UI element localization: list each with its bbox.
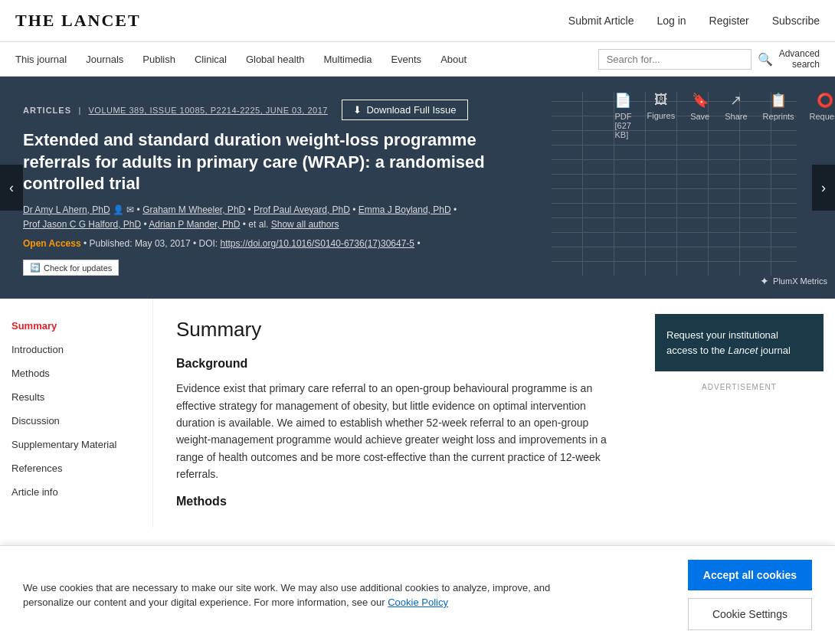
secondary-nav: This journal Journals Publish Clinical G… xyxy=(0,42,835,77)
sidebar-item-methods[interactable]: Methods xyxy=(11,361,141,385)
article-body: Summary Background Evidence exist that p… xyxy=(153,299,643,527)
article-type-label: ARTICLES xyxy=(23,106,71,115)
top-nav-links: Submit Article Log in Register Subscribe xyxy=(568,15,820,27)
reprints-icon: 📋 xyxy=(770,92,787,109)
plumx-icon: ✦ xyxy=(760,275,769,287)
hero-content: ARTICLES | VOLUME 389, ISSUE 10085, P221… xyxy=(0,77,536,299)
article-actions: 📄 PDF [627 KB] 🖼 Figures 🔖 Save ↗ Share … xyxy=(621,77,835,299)
doi-label: DOI: xyxy=(198,238,218,249)
reprints-action[interactable]: 📋 Reprints xyxy=(763,92,794,139)
author-aveyard[interactable]: Prof Paul Aveyard, PhD xyxy=(254,204,350,215)
search-button[interactable]: 🔍 xyxy=(758,52,773,67)
meta-separator: | xyxy=(79,106,81,115)
share-icon: ↗ xyxy=(730,92,742,109)
nav-publish[interactable]: Publish xyxy=(142,54,175,65)
download-label: Download Full Issue xyxy=(366,104,456,116)
cookie-buttons: Accept all cookies Cookie Settings xyxy=(688,560,812,630)
save-icon: 🔖 xyxy=(692,92,709,109)
sidebar-item-introduction[interactable]: Introduction xyxy=(11,338,141,361)
article-title: Extended and standard duration weight-lo… xyxy=(23,129,513,195)
summary-heading: Summary xyxy=(176,318,621,342)
published-date: May 03, 2017 xyxy=(135,238,191,249)
save-label: Save xyxy=(690,112,709,121)
right-sidebar: Request your institutional access to the… xyxy=(643,299,835,527)
nav-multimedia[interactable]: Multimedia xyxy=(324,54,372,65)
authors-list: Dr Amy L Ahern, PhD 👤 ✉ • Graham M Wheel… xyxy=(23,203,513,232)
methods-heading: Methods xyxy=(176,495,621,508)
top-nav: THE LANCET Submit Article Log in Registe… xyxy=(0,0,835,42)
nav-about[interactable]: About xyxy=(440,54,467,65)
sidebar-item-discussion[interactable]: Discussion xyxy=(11,409,141,433)
figures-label: Figures xyxy=(647,111,675,120)
author-wheeler[interactable]: Graham M Wheeler, PhD xyxy=(142,204,245,215)
figures-icon: 🖼 xyxy=(654,92,668,108)
sidebar-item-article-info[interactable]: Article info xyxy=(11,480,141,504)
sidebar-item-results[interactable]: Results xyxy=(11,385,141,409)
share-action[interactable]: ↗ Share xyxy=(725,92,747,139)
advanced-search-link[interactable]: Advancedsearch xyxy=(779,48,820,70)
check-updates-button[interactable]: 🔄 Check for updates xyxy=(23,260,119,276)
figures-action[interactable]: 🖼 Figures xyxy=(647,92,675,139)
sidebar-item-summary[interactable]: Summary xyxy=(11,314,141,338)
register-link[interactable]: Register xyxy=(709,15,749,27)
pdf-action[interactable]: 📄 PDF [627 KB] xyxy=(614,92,631,139)
background-text: Evidence exist that primary care referra… xyxy=(176,380,621,482)
reprints-label: Reprints xyxy=(763,112,794,121)
pdf-label: PDF [627 KB] xyxy=(614,112,631,139)
lancet-journal-name: Lancet xyxy=(728,345,758,356)
article-sidebar: Summary Introduction Methods Results Dis… xyxy=(0,299,153,527)
sidebar-item-supplementary[interactable]: Supplementary Material xyxy=(11,433,141,456)
request-label: Request xyxy=(810,112,835,121)
cookie-policy-link[interactable]: Cookie Policy xyxy=(388,597,448,608)
search-input[interactable] xyxy=(598,49,752,70)
show-all-authors-link[interactable]: Show all authors xyxy=(271,219,339,230)
background-heading: Background xyxy=(176,357,621,371)
pdf-icon: 📄 xyxy=(614,92,631,109)
volume-info[interactable]: VOLUME 389, ISSUE 10085, P2214-2225, JUN… xyxy=(88,106,327,115)
published-label: Published: xyxy=(89,238,132,249)
submit-article-link[interactable]: Submit Article xyxy=(568,15,634,27)
author-etal: et al. xyxy=(248,219,268,230)
save-action[interactable]: 🔖 Save xyxy=(690,92,709,139)
site-logo[interactable]: THE LANCET xyxy=(15,11,141,31)
cookie-text: We use cookies that are necessary to mak… xyxy=(23,580,559,610)
author-halford[interactable]: Prof Jason C G Halford, PhD xyxy=(23,219,141,230)
nav-clinical[interactable]: Clinical xyxy=(195,54,227,65)
article-meta: ARTICLES | VOLUME 389, ISSUE 10085, P221… xyxy=(23,100,513,120)
sidebar-item-references[interactable]: References xyxy=(11,456,141,480)
cookie-message: We use cookies that are necessary to mak… xyxy=(23,582,550,609)
request-action[interactable]: ⭕ Request xyxy=(810,92,835,139)
nav-this-journal[interactable]: This journal xyxy=(15,54,67,65)
share-label: Share xyxy=(725,112,747,121)
access-journal-label: journal xyxy=(761,345,791,356)
open-access-badge: Open Access xyxy=(23,238,81,249)
publication-date: Open Access • Published: May 03, 2017 • … xyxy=(23,238,513,249)
author-boyland[interactable]: Emma J Boyland, PhD xyxy=(359,204,451,215)
author-ahern[interactable]: Dr Amy L Ahern, PhD xyxy=(23,204,110,215)
subscribe-link[interactable]: Subscribe xyxy=(772,15,820,27)
download-full-issue-button[interactable]: ⬇ Download Full Issue xyxy=(342,100,467,120)
check-updates-icon: 🔄 xyxy=(30,263,41,273)
nav-global-health[interactable]: Global health xyxy=(246,54,305,65)
doi-link[interactable]: https://doi.org/10.1016/S0140-6736(17)30… xyxy=(221,238,415,249)
hero-section: ‹ ARTICLES | VOLUME 389, ISSUE 10085, P2… xyxy=(0,77,835,299)
request-icon: ⭕ xyxy=(817,92,833,109)
main-content: Summary Introduction Methods Results Dis… xyxy=(0,299,835,527)
author-mander[interactable]: Adrian P Mander, PhD xyxy=(149,219,240,230)
action-icons-row: 📄 PDF [627 KB] 🖼 Figures 🔖 Save ↗ Share … xyxy=(614,92,835,139)
check-updates-label: Check for updates xyxy=(44,263,112,273)
sec-nav-left: This journal Journals Publish Clinical G… xyxy=(15,54,467,65)
next-article-button[interactable]: › xyxy=(812,165,835,211)
access-request-box[interactable]: Request your institutional access to the… xyxy=(655,314,824,371)
nav-journals[interactable]: Journals xyxy=(86,54,123,65)
login-link[interactable]: Log in xyxy=(657,15,686,27)
cookie-banner: We use cookies that are necessary to mak… xyxy=(0,545,835,644)
cookie-settings-button[interactable]: Cookie Settings xyxy=(688,598,812,630)
sec-nav-right: 🔍 Advancedsearch xyxy=(598,48,820,70)
accept-all-cookies-button[interactable]: Accept all cookies xyxy=(688,560,812,590)
nav-events[interactable]: Events xyxy=(391,54,421,65)
plumx-label: PlumX Metrics xyxy=(773,276,827,286)
prev-article-button[interactable]: ‹ xyxy=(0,165,23,211)
author-icon: 👤 ✉ • xyxy=(113,204,140,215)
plumx-metrics[interactable]: ✦ PlumX Metrics xyxy=(760,275,827,287)
